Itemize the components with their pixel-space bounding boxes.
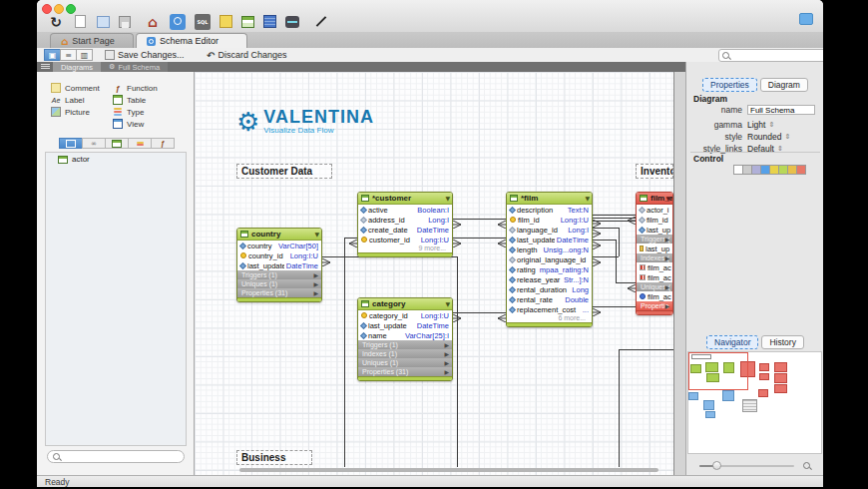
tree-item-actor[interactable]: actor: [46, 153, 186, 166]
erd-field-film_id[interactable]: film_idLong:I:U: [507, 215, 592, 225]
sidebar-search-input[interactable]: [62, 452, 179, 462]
book-icon[interactable]: [263, 15, 276, 28]
erd-table-header[interactable]: category▼: [358, 298, 452, 310]
erd-field-rating[interactable]: ratingmpaa_rating:N: [507, 264, 592, 274]
segment-views[interactable]: [105, 138, 129, 149]
erd-section[interactable]: Uniques (▶: [637, 282, 672, 291]
palette-item-picture[interactable]: Picture: [51, 106, 107, 118]
erd-field-last_update[interactable]: last_updateDateTime: [358, 320, 452, 330]
feedback-icon[interactable]: [799, 13, 813, 25]
erd-table-header[interactable]: country▼: [237, 229, 321, 241]
erd-table-header[interactable]: *customer▼: [358, 193, 452, 205]
erd-table-country[interactable]: country▼countryVarChar[50]country_idLong…: [236, 228, 322, 302]
tab-schema-editor[interactable]: Schema Editor: [136, 33, 247, 48]
erd-section[interactable]: Uniques (1)▶: [358, 358, 452, 367]
erd-field-last_up[interactable]: last_up: [637, 244, 672, 253]
segment-functions[interactable]: ƒ: [151, 138, 175, 149]
expand-arrow-icon[interactable]: ▶: [664, 301, 669, 310]
expand-arrow-icon[interactable]: ▶: [444, 358, 449, 367]
canvas-label-customer-data[interactable]: Customer Data: [236, 164, 332, 179]
erd-table-film-actor[interactable]: film_a▼actor_ifilm_idlast_upTriggers (▶l…: [636, 192, 673, 315]
erd-table-film[interactable]: *film▼descriptionText:Nfilm_idLong:I:Ula…: [506, 192, 593, 327]
monitor-icon[interactable]: [285, 16, 299, 28]
style-value[interactable]: Rounded: [747, 132, 782, 142]
stepper-icon[interactable]: ⇕: [768, 121, 774, 129]
erd-field-name[interactable]: nameVarChar[25]:I: [358, 330, 452, 340]
gamma-value[interactable]: Light: [747, 120, 765, 130]
segment-tables[interactable]: [59, 138, 83, 149]
table-editor-icon[interactable]: [241, 16, 254, 28]
erd-field-release_year[interactable]: release_yearStr...]:N: [507, 274, 592, 284]
toolbar-search-input[interactable]: [731, 51, 822, 61]
erd-section[interactable]: Properties (31)▶: [358, 367, 452, 376]
copy-icon[interactable]: [97, 16, 110, 28]
erd-field-last_update[interactable]: last_updateDateTime: [237, 260, 321, 270]
erd-field-last_update[interactable]: last_updateDateTime: [507, 235, 592, 244]
new-file-icon[interactable]: [75, 15, 86, 28]
expand-arrow-icon[interactable]: ▶: [444, 340, 449, 349]
expand-arrow-icon[interactable]: ▶: [313, 270, 318, 279]
erd-field-create_date[interactable]: create_dateDateTime: [358, 225, 452, 235]
erd-field-original_language_id[interactable]: original_language_id: [507, 254, 592, 264]
expand-arrow-icon[interactable]: ▶: [313, 288, 318, 297]
erd-field-description[interactable]: descriptionText:N: [507, 205, 592, 215]
expand-arrow-icon[interactable]: ▶: [664, 235, 669, 244]
erd-field-active[interactable]: activeBoolean:I: [358, 205, 452, 215]
erd-table-customer[interactable]: *customer▼activeBoolean:Iaddress_idLong:…: [357, 192, 453, 257]
save-icon[interactable]: [119, 16, 131, 28]
color-swatch-7[interactable]: [796, 165, 806, 175]
chevron-down-icon[interactable]: ▼: [314, 231, 319, 238]
erd-field-address_id[interactable]: address_idLong:I: [358, 215, 452, 225]
erd-field-film_ac[interactable]: film_ac: [637, 262, 672, 272]
tab-diagram[interactable]: Diagram: [760, 78, 808, 92]
palette-item-type[interactable]: Type: [113, 106, 169, 118]
erd-more-footer[interactable]: 9 more...: [358, 244, 452, 252]
save-changes-button[interactable]: Save Changes...: [105, 48, 185, 62]
horizontal-scrollbar[interactable]: [239, 468, 658, 472]
schema-search-icon[interactable]: [170, 14, 186, 30]
reload-icon[interactable]: ↻: [48, 14, 64, 30]
erd-section[interactable]: Properties (31)▶: [237, 288, 321, 297]
discard-changes-button[interactable]: ↶ Discard Changes: [207, 48, 286, 62]
erd-field-customer_id[interactable]: customer_idLong:I:U: [358, 235, 452, 244]
erd-field-actor_i[interactable]: actor_i: [637, 205, 672, 215]
erd-field-film_id[interactable]: film_id: [637, 215, 672, 225]
palette-item-comment[interactable]: Comment: [51, 82, 107, 94]
erd-field-country_id[interactable]: country_idLong:I:U: [237, 250, 321, 260]
chevron-down-icon[interactable]: ▼: [445, 300, 450, 307]
erd-field-category_id[interactable]: category_idLong:I:U: [358, 310, 452, 320]
canvas-label-business[interactable]: Business: [236, 450, 312, 465]
erd-field-length[interactable]: lengthUnsig...ong:N: [507, 244, 592, 254]
expand-arrow-icon[interactable]: ▶: [313, 279, 318, 288]
dock-tab-diagrams[interactable]: Diagrams: [53, 62, 101, 72]
diagram-canvas[interactable]: ⚙ VALENTINA Visualize Data Flow Customer…: [195, 72, 685, 475]
minimap-viewport[interactable]: [688, 352, 748, 390]
tab-properties[interactable]: Properties: [702, 78, 757, 92]
erd-field-language_id[interactable]: language_idLong:I: [507, 225, 592, 235]
erd-field-film_ac[interactable]: film_ac: [637, 291, 672, 301]
erd-table-header[interactable]: film_a▼: [637, 193, 672, 205]
stepper-icon[interactable]: ⇕: [785, 133, 791, 141]
palette-item-function[interactable]: ƒFunction: [113, 82, 169, 94]
name-input[interactable]: [747, 105, 815, 115]
dock-tab-full-schema[interactable]: ⚙ Full Schema: [101, 62, 168, 72]
palette-item-table[interactable]: Table: [113, 94, 169, 106]
tab-history[interactable]: History: [761, 335, 803, 349]
erd-section[interactable]: Indexes (1)▶: [358, 349, 452, 358]
query-yellow-icon[interactable]: [219, 15, 232, 28]
toolbar-search-field[interactable]: [718, 49, 823, 62]
tab-navigator[interactable]: Navigator: [706, 335, 758, 349]
palette-item-view[interactable]: View: [113, 118, 169, 130]
erd-table-category[interactable]: category▼category_idLong:I:Ulast_updateD…: [357, 297, 453, 381]
erd-section[interactable]: Triggers (1)▶: [237, 270, 321, 279]
erd-field-replacement_cost[interactable]: replacement_cost...: [507, 304, 592, 314]
palette-item-label[interactable]: AeLabel: [51, 94, 107, 106]
column-view-button[interactable]: ▥: [76, 49, 93, 61]
erd-field-rental_rate[interactable]: rental_rateDouble: [507, 294, 592, 304]
zoom-slider-thumb[interactable]: [712, 461, 721, 470]
erd-table-header[interactable]: *film▼: [507, 193, 592, 205]
chevron-down-icon[interactable]: ▼: [445, 195, 450, 202]
pen-icon[interactable]: [313, 14, 329, 30]
chevron-down-icon[interactable]: ▼: [665, 195, 670, 202]
list-view-button[interactable]: ≡: [60, 49, 77, 61]
